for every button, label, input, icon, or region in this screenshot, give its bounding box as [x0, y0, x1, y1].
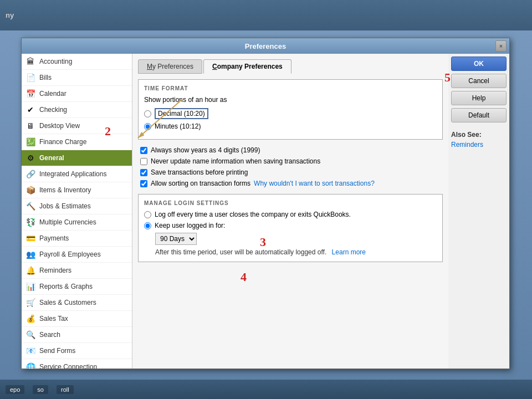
tab-company-preferences[interactable]: Company Preferences	[203, 59, 291, 74]
sidebar-item-salestax[interactable]: 💰Sales Tax	[22, 311, 132, 327]
radio-minutes-label: Minutes (10:12)	[155, 122, 201, 130]
payroll-icon: 👥	[25, 249, 36, 260]
sidebar-item-desktop[interactable]: 🖥Desktop View	[22, 118, 132, 134]
dialog-title: Preferences	[245, 42, 286, 50]
sidebar-item-multiple[interactable]: 💱Multiple Currencies	[22, 214, 132, 231]
sidebar-item-sales[interactable]: 🛒Sales & Customers	[22, 295, 132, 311]
reminders-link[interactable]: Reminders	[451, 141, 483, 149]
sidebar-item-checking[interactable]: ✔Checking	[22, 102, 132, 118]
checking-icon: ✔	[25, 104, 36, 115]
step-5-annotation: 5	[444, 70, 451, 85]
sidebar-item-items[interactable]: 📦Items & Inventory	[22, 182, 132, 198]
sidebar-item-reminders[interactable]: 🔔Reminders	[22, 263, 132, 279]
after-text: After this time period, user will be aut…	[155, 248, 437, 256]
taskbar-item-epo[interactable]: epo	[6, 385, 24, 394]
radio-logoff-input[interactable]	[144, 211, 151, 218]
service-icon: 🌐	[25, 361, 36, 369]
sidebar-label-integrated: Integrated Applications	[39, 170, 106, 178]
sidebar-label-multiple: Multiple Currencies	[39, 218, 96, 226]
sidebar-item-sendforms[interactable]: 📧Send Forms	[22, 343, 132, 359]
accounting-icon: 🏛	[25, 56, 36, 67]
checkbox-sort[interactable]	[140, 180, 147, 187]
sidebar-item-general[interactable]: ⚙General	[22, 150, 132, 166]
sidebar-label-reminders: Reminders	[39, 267, 71, 274]
taskbar-item-roll[interactable]: roll	[57, 385, 74, 394]
sort-link[interactable]: Why wouldn't I want to sort transactions…	[254, 180, 375, 187]
main-content: My Preferences Company Preferences TIME …	[132, 54, 448, 369]
reports-icon: 📊	[25, 281, 36, 292]
learn-more-link[interactable]: Learn more	[332, 248, 366, 256]
sidebar-item-bills[interactable]: 📄Bills	[22, 70, 132, 86]
radio-decimal[interactable]: Decimal (10:20)	[144, 108, 437, 119]
sidebar-label-sendforms: Send Forms	[39, 347, 75, 355]
taskbar-item-so[interactable]: so	[33, 385, 48, 394]
sidebar-label-finance: Finance Charge	[39, 138, 86, 146]
sidebar-label-general: General	[39, 154, 64, 162]
app-name-label: ny	[6, 11, 14, 19]
finance-icon: 💹	[25, 136, 36, 147]
sidebar-item-integrated[interactable]: 🔗Integrated Applications	[22, 166, 132, 182]
radio-minutes-input[interactable]	[144, 123, 151, 130]
checkbox-years4[interactable]	[140, 147, 147, 154]
tab-company-label: Company Preferences	[212, 63, 283, 70]
sidebar-item-search[interactable]: 🔍Search	[22, 327, 132, 343]
taskbar-top: ny	[0, 0, 532, 30]
sidebar-item-service[interactable]: 🌐Service Connection	[22, 359, 132, 369]
sidebar-label-sales: Sales & Customers	[39, 299, 96, 306]
checkbox-noupdate-label: Never update name information when savin…	[151, 157, 320, 165]
sidebar-label-checking: Checking	[39, 106, 67, 114]
login-duration-dropdown[interactable]: 1 Day 7 Days 30 Days 60 Days 90 Days	[155, 233, 197, 245]
items-icon: 📦	[25, 185, 36, 196]
cancel-button[interactable]: Cancel	[451, 74, 507, 88]
sidebar-label-accounting: Accounting	[39, 58, 72, 65]
radio-keeplogged[interactable]: Keep user logged in for:	[144, 222, 437, 229]
radio-logoff[interactable]: Log off every time a user closes the com…	[144, 211, 437, 218]
sidebar-label-desktop: Desktop View	[39, 122, 80, 130]
default-button[interactable]: Default	[451, 108, 507, 122]
radio-logoff-label: Log off every time a user closes the com…	[155, 211, 351, 218]
radio-keeplogged-label: Keep user logged in for:	[155, 222, 225, 229]
tab-my-label: My Preferences	[147, 63, 193, 70]
radio-keeplogged-input[interactable]	[144, 222, 151, 229]
sidebar-item-reports[interactable]: 📊Reports & Graphs	[22, 279, 132, 295]
content-area: TIME FORMAT Show portions of an hour as …	[138, 79, 443, 363]
tabs-container: My Preferences Company Preferences	[138, 59, 443, 74]
checkbox-save-label: Save transactions before printing	[151, 168, 248, 176]
sidebar-item-payroll[interactable]: 👥Payroll & Employees	[22, 247, 132, 263]
sidebar-item-jobs[interactable]: 🔨Jobs & Estimates	[22, 198, 132, 214]
close-button[interactable]: ×	[495, 40, 507, 52]
checkbox-noupdate[interactable]	[140, 158, 147, 165]
help-button[interactable]: Help	[451, 91, 507, 105]
sidebar-item-finance[interactable]: 💹Finance Charge	[22, 134, 132, 150]
ok-button[interactable]: OK	[451, 57, 507, 71]
desktop-icon: 🖥	[25, 120, 36, 131]
radio-decimal-label: Decimal (10:20)	[155, 108, 208, 119]
sidebar-label-bills: Bills	[39, 74, 52, 81]
right-panel: OK Cancel Help Default Also See: Reminde…	[448, 54, 509, 369]
dialog-body: 🏛Accounting📄Bills📅Calendar✔Checking🖥Desk…	[22, 54, 509, 369]
sidebar-items-container: 🏛Accounting📄Bills📅Calendar✔Checking🖥Desk…	[22, 54, 132, 369]
bills-icon: 📄	[25, 72, 36, 83]
taskbar-bottom: epo so roll	[0, 380, 532, 399]
checkbox-save[interactable]	[140, 169, 147, 176]
checkbox-sort-row: Allow sorting on transaction forms Why w…	[140, 180, 441, 187]
checkbox-years4-row: Always show years as 4 digits (1999)	[140, 146, 441, 154]
payments-icon: 💳	[25, 233, 36, 244]
salestax-icon: 💰	[25, 313, 36, 324]
sidebar-label-calendar: Calendar	[39, 90, 66, 98]
step-2-annotation: 2	[105, 124, 111, 139]
sidebar-label-jobs: Jobs & Estimates	[39, 202, 91, 210]
sendforms-icon: 📧	[25, 345, 36, 356]
sidebar-item-accounting[interactable]: 🏛Accounting	[22, 54, 132, 70]
sidebar-label-payroll: Payroll & Employees	[39, 250, 101, 258]
sidebar-item-payments[interactable]: 💳Payments	[22, 231, 132, 247]
integrated-icon: 🔗	[25, 168, 36, 180]
also-see-title: Also See:	[451, 131, 507, 139]
radio-decimal-input[interactable]	[144, 110, 151, 117]
checkbox-years4-label: Always show years as 4 digits (1999)	[151, 146, 260, 154]
time-format-section: TIME FORMAT Show portions of an hour as …	[138, 79, 443, 140]
tab-my-preferences[interactable]: My Preferences	[138, 59, 202, 74]
radio-minutes[interactable]: Minutes (10:12)	[144, 122, 437, 130]
sidebar-item-calendar[interactable]: 📅Calendar	[22, 86, 132, 102]
manage-login-section: MANAGE LOGIN SETTINGS Log off every time…	[138, 194, 443, 262]
